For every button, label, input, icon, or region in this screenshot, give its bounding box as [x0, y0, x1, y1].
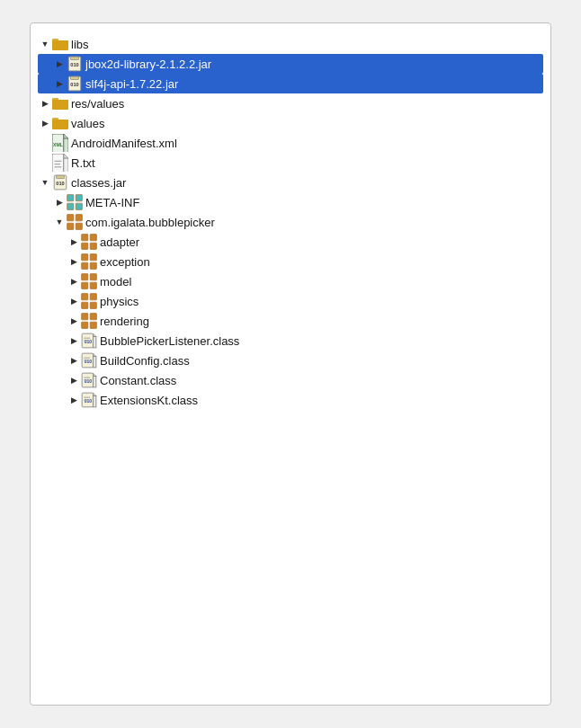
tree-item-extensionskt[interactable]: 010 ExtensionsKt.class: [38, 390, 543, 410]
item-label-slf4j: slf4j-api-1.7.22.jar: [85, 77, 178, 91]
toggle-arrow-classes_jar[interactable]: [38, 175, 52, 190]
svg-rect-34: [67, 195, 74, 201]
toggle-arrow-values[interactable]: [38, 116, 52, 130]
svg-rect-14: [53, 101, 67, 109]
package-icon: [81, 253, 97, 270]
tree-item-slf4j[interactable]: 010 slf4j-api-1.7.22.jar: [38, 74, 543, 93]
svg-rect-4: [52, 40, 68, 42]
svg-rect-52: [82, 282, 88, 289]
toggle-arrow-exception[interactable]: [67, 254, 81, 269]
toggle-arrow-libs[interactable]: [38, 37, 52, 51]
item-label-classes_jar: classes.jar: [71, 176, 126, 190]
tree-item-classes_jar[interactable]: 010 classes.jar: [38, 173, 543, 192]
svg-marker-69: [94, 353, 96, 356]
item-label-constant: Constant.class: [100, 374, 176, 387]
item-label-meta_inf: META-INF: [85, 196, 139, 209]
toggle-arrow-constant[interactable]: [67, 373, 81, 387]
svg-rect-37: [76, 203, 82, 209]
svg-rect-39: [76, 215, 82, 221]
tree-item-adapter[interactable]: adapter: [38, 232, 543, 252]
toggle-arrow-extensionskt[interactable]: [67, 393, 81, 407]
tree-item-buildconfig[interactable]: 010 BuildConfig.class: [38, 351, 543, 370]
svg-text:XML: XML: [53, 142, 63, 147]
svg-rect-47: [90, 254, 96, 261]
file-tree-panel: libs 010 jbox2d-library-2.1.2.2.jar 010 …: [30, 22, 551, 706]
toggle-arrow-adapter[interactable]: [67, 235, 81, 249]
tree-item-rendering[interactable]: rendering: [38, 311, 543, 331]
svg-rect-66: [84, 338, 90, 339]
folder-icon: [52, 115, 68, 131]
svg-rect-50: [82, 274, 88, 280]
tree-item-exception[interactable]: exception: [38, 252, 543, 271]
tree-item-model[interactable]: model: [38, 271, 543, 291]
tree-container: libs 010 jbox2d-library-2.1.2.2.jar 010 …: [38, 34, 543, 410]
package-icon: [81, 234, 97, 250]
class-icon: 010: [81, 392, 97, 408]
tree-item-meta_inf[interactable]: META-INF: [38, 192, 543, 212]
toggle-arrow-slf4j[interactable]: [52, 76, 67, 91]
item-label-adapter: adapter: [100, 235, 139, 249]
jar-icon: 010: [67, 56, 83, 72]
toggle-arrow-jbox2d[interactable]: [52, 57, 67, 71]
package-teal-icon: [67, 194, 83, 210]
tree-item-values[interactable]: values: [38, 113, 543, 133]
item-label-jbox2d: jbox2d-library-2.1.2.2.jar: [85, 58, 211, 71]
xml-icon: XML: [52, 135, 68, 151]
svg-rect-35: [76, 195, 82, 201]
svg-rect-67: [84, 340, 89, 341]
svg-rect-61: [90, 322, 96, 328]
svg-rect-29: [55, 164, 60, 164]
tree-item-constant[interactable]: 010 Constant.class: [38, 370, 543, 390]
svg-rect-44: [82, 243, 88, 249]
svg-rect-9: [71, 76, 79, 79]
class-icon: 010: [81, 372, 97, 388]
toggle-arrow-rendering[interactable]: [67, 314, 81, 328]
toggle-arrow-physics[interactable]: [67, 294, 81, 308]
toggle-arrow-buildconfig[interactable]: [67, 353, 81, 368]
toggle-arrow-model[interactable]: [67, 274, 81, 289]
svg-rect-28: [55, 160, 62, 161]
tree-item-androidmanifest[interactable]: XML AndroidManifest.xml: [38, 133, 543, 153]
package-icon: [81, 293, 97, 309]
item-label-physics: physics: [100, 295, 139, 308]
item-label-rtxt: R.txt: [71, 156, 95, 170]
svg-rect-6: [71, 57, 79, 59]
item-label-rendering: rendering: [100, 315, 149, 328]
item-label-com_igalata: com.igalata.bubblepicker: [85, 216, 215, 229]
toggle-arrow-com_igalata[interactable]: [52, 215, 67, 229]
item-label-model: model: [100, 275, 131, 289]
svg-rect-49: [90, 262, 96, 269]
svg-rect-38: [67, 215, 74, 221]
svg-rect-84: [84, 397, 90, 398]
tree-item-jbox2d[interactable]: 010 jbox2d-library-2.1.2.2.jar: [38, 54, 543, 74]
txt-icon: [52, 155, 68, 171]
svg-rect-60: [82, 322, 88, 328]
toggle-arrow-meta_inf[interactable]: [52, 195, 67, 209]
tree-item-bubblepickerlistener[interactable]: 010 BubblePickerListener.class: [38, 331, 543, 351]
tree-item-libs[interactable]: libs: [38, 34, 543, 54]
svg-marker-26: [64, 154, 68, 158]
package-icon: [81, 313, 97, 329]
tree-item-physics[interactable]: physics: [38, 291, 543, 311]
svg-text:010: 010: [56, 181, 64, 186]
tree-item-rtxt[interactable]: R.txt: [38, 153, 543, 173]
svg-rect-79: [84, 379, 89, 380]
svg-marker-63: [94, 333, 96, 336]
svg-rect-57: [90, 302, 96, 308]
toggle-arrow-res_values[interactable]: [38, 96, 52, 111]
svg-rect-40: [67, 223, 74, 229]
svg-text:010: 010: [70, 82, 78, 87]
svg-rect-55: [90, 294, 96, 300]
svg-rect-41: [76, 223, 82, 229]
svg-rect-76: [94, 377, 96, 387]
svg-rect-53: [90, 282, 96, 289]
svg-rect-82: [94, 396, 96, 407]
svg-rect-72: [84, 358, 90, 359]
class-icon: 010: [81, 352, 97, 368]
item-label-exception: exception: [100, 255, 150, 269]
tree-item-res_values[interactable]: res/values: [38, 93, 543, 113]
toggle-arrow-bubblepickerlistener[interactable]: [67, 333, 81, 348]
item-label-res_values: res/values: [71, 97, 124, 111]
svg-marker-75: [94, 373, 96, 376]
tree-item-com_igalata[interactable]: com.igalata.bubblepicker: [38, 212, 543, 232]
